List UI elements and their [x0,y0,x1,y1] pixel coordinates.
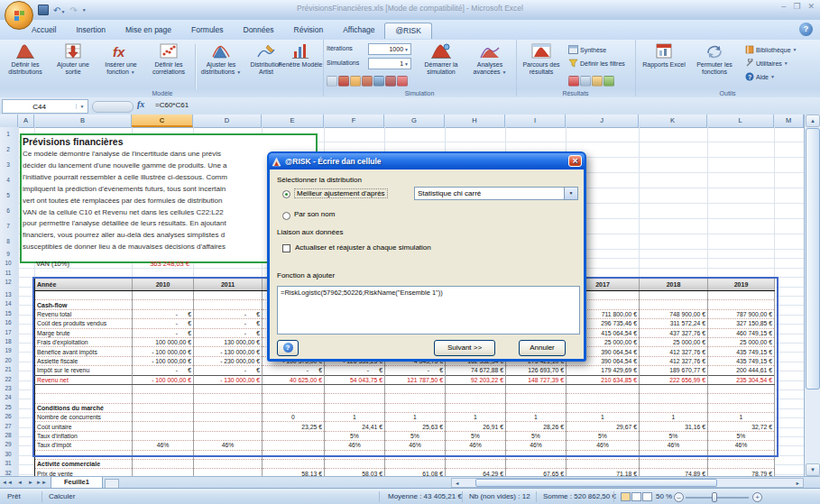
cell-L20[interactable]: 435 749,15 € [708,356,775,365]
cell-G26[interactable]: 1 [385,413,446,422]
insert-function-button[interactable]: fx Insérer une fonction ▼ [97,41,144,88]
cell-D28[interactable] [194,431,263,440]
row-header-26[interactable]: 26 [0,413,16,419]
next-sheet-icon[interactable]: ► [25,478,36,488]
column-header-L[interactable]: L [707,115,774,127]
cell-E22[interactable]: 40 625,00 € [263,375,325,384]
close-button[interactable]: ✕ [807,2,815,11]
column-header-K[interactable]: K [639,115,707,127]
cell-F24[interactable] [325,394,385,403]
cell-I25[interactable] [506,403,567,412]
row-header-25[interactable]: 25 [0,404,16,410]
cell-F32[interactable]: 58,03 € [325,469,385,476]
row-header-9[interactable]: 9 [0,251,16,257]
cell-C29[interactable]: 46% [133,441,194,450]
cell-H32[interactable]: 64,29 € [446,469,506,476]
cell-H22[interactable]: 92 203,22 € [446,375,506,384]
cell-G28[interactable]: 5% [385,431,446,440]
fit-distributions-button[interactable]: Ajuster les distributions ▼ [198,41,244,88]
sim-graph-icon[interactable] [327,76,337,87]
cell-J23[interactable] [567,384,640,393]
row-header-7[interactable]: 7 [0,223,16,229]
fit-statistic-dropdown[interactable]: Statistique chi carré ▼ [414,187,578,200]
formula-input[interactable]: =C60*C61 [155,101,189,109]
column-header-C[interactable]: C [132,115,193,127]
page-layout-view-icon[interactable] [631,492,641,501]
cell-F29[interactable]: 46% [325,441,385,450]
cell-D15[interactable]: - € [194,309,263,318]
zoom-in-icon[interactable]: + [752,492,762,502]
zoom-out-icon[interactable]: – [674,492,684,502]
library-button[interactable]: Bibliothèque ▼ [745,45,797,54]
cancel-button[interactable]: Annuler [519,340,566,356]
cell-F21[interactable]: - € [325,366,385,375]
cell-C22[interactable]: - 100 000,00 € [133,375,194,384]
column-header-B[interactable]: B [34,115,132,127]
cell-J30[interactable] [567,450,640,459]
cell-K28[interactable]: 5% [640,431,708,440]
cell-L13[interactable] [708,291,775,300]
excel-report-icon[interactable] [580,76,591,87]
cell-E27[interactable]: 23,25 € [263,422,325,431]
cell-K14[interactable] [640,300,708,309]
cell-K15[interactable]: 748 900,00 € [640,309,708,318]
cell-E29[interactable] [263,441,325,450]
cell-B28[interactable]: Taux d'inflation [35,431,133,440]
best-fit-radio[interactable] [282,190,290,198]
cell-B13[interactable] [35,291,133,300]
scroll-right-icon[interactable]: ► [796,480,800,488]
prev-sheet-icon[interactable]: ◄ [14,478,25,488]
cell-J22[interactable]: 210 634,85 € [567,375,640,384]
define-correlations-button[interactable]: Définir les corrélations [145,41,192,88]
cell-C28[interactable] [133,431,194,440]
cell-B29[interactable]: Taux d'impôt [35,441,133,450]
cell-K24[interactable] [640,394,708,403]
cell-B17[interactable]: Marge brute [35,328,133,337]
cell-D23[interactable] [194,384,263,393]
cell-K25[interactable] [640,403,708,412]
save-icon[interactable] [38,5,49,15]
cell-K21[interactable]: 189 670,77 € [640,366,708,375]
aide-button[interactable]: ? Aide ▼ [745,72,775,81]
cell-H25[interactable] [446,403,506,412]
row-header-20[interactable]: 20 [0,357,16,363]
cell-C19[interactable]: - 100 000,00 € [133,347,194,356]
cell-D17[interactable]: - € [194,328,263,337]
column-header-M[interactable]: M [774,115,804,127]
cell-D13[interactable] [194,291,263,300]
model-window-button[interactable]: Fenêtre Modèle [278,41,323,88]
cell-E21[interactable]: - € [263,366,325,375]
row-header-6[interactable]: 6 [0,207,16,214]
cell-L18[interactable]: 25 000,00 € [708,337,775,346]
cell-B21[interactable]: Impôt sur le revenu [35,366,133,375]
scroll-down-icon[interactable]: ▼ [806,463,820,476]
by-name-radio-label[interactable]: Par son nom [294,210,335,218]
cell-E26[interactable]: 0 [263,413,325,422]
cell-D18[interactable]: 130 000,00 € [194,337,263,346]
help-icon[interactable]: ? [799,23,813,36]
cell-L30[interactable] [708,450,775,459]
cell-C16[interactable]: - € [133,319,194,328]
dialog-close-icon[interactable]: ✕ [568,155,582,167]
page-break-view-icon[interactable] [642,492,652,501]
function-textarea[interactable]: =RiskLogistic(57962;50226;RiskName("Ense… [277,286,580,334]
name-box[interactable]: C44 ▼ [2,99,88,114]
cell-L16[interactable]: 327 150,85 € [708,319,775,328]
row-header-8[interactable]: 8 [0,238,16,244]
select-all-corner[interactable] [0,115,18,127]
cell-K16[interactable]: 311 572,24 € [640,319,708,328]
row-header-13[interactable]: 13 [0,291,16,298]
cell-H31[interactable] [446,460,506,469]
cell-K30[interactable] [640,450,708,459]
cell-F31[interactable] [325,460,385,469]
cell-L19[interactable]: 435 749,15 € [708,347,775,356]
advanced-analyses-button[interactable]: Analyses avancées ▼ [467,41,512,88]
row-header-23[interactable]: 23 [0,385,16,391]
filter-results-icon[interactable] [592,76,603,87]
row-header-10[interactable]: 10 [0,260,16,266]
cell-L31[interactable] [708,460,775,469]
cell-F22[interactable]: 54 043,75 € [325,375,385,384]
cell-G24[interactable] [385,394,446,403]
row-header-32[interactable]: 32 [0,470,16,476]
histogram-report-icon[interactable] [568,76,579,87]
